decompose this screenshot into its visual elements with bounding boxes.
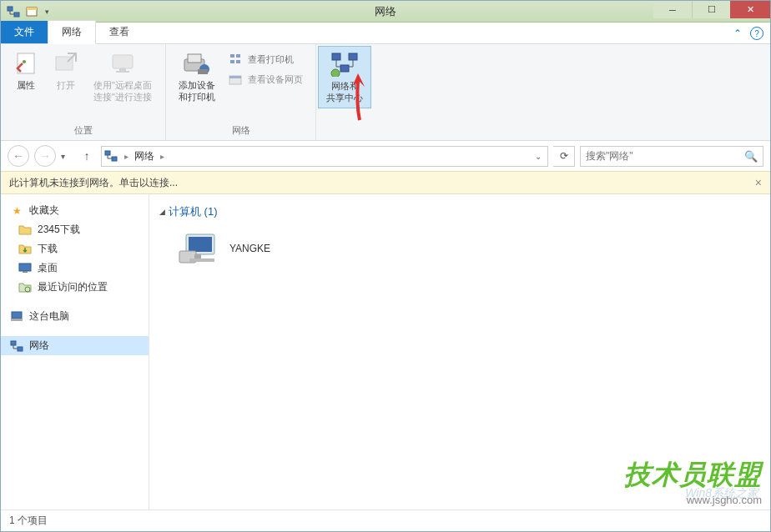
searchbox[interactable]: 🔍 [580,146,763,167]
window-title: 网络 [375,4,396,19]
collapse-icon[interactable]: ◢ [159,208,165,216]
ribbon-collapse-icon[interactable]: ⌃ [730,26,745,41]
quick-access-icon[interactable] [23,3,41,20]
star-icon: ★ [9,204,24,218]
titlebar: ▾ 网络 ─ ☐ ✕ [1,1,770,23]
search-icon[interactable]: 🔍 [744,150,758,163]
infobar[interactable]: 此计算机未连接到网络。单击以连接... × [1,171,770,194]
view-device-page-button[interactable]: 查看设备网页 [223,69,308,89]
device-page-icon [228,72,243,87]
svg-rect-3 [27,8,37,10]
ribbon: 属性 打开 使用"远程桌面 连接"进行连接 位置 [1,44,770,141]
forward-button[interactable]: → [34,145,56,167]
properties-button[interactable]: 属性 [6,48,46,93]
up-button[interactable]: ↑ [78,147,96,165]
computer-icon [178,231,221,266]
folder-icon [18,223,33,237]
minimize-button[interactable]: ─ [653,1,692,18]
sidebar-this-pc[interactable]: 这台电脑 [1,307,149,326]
svg-rect-30 [11,319,23,321]
network-sharing-button[interactable]: 网络和 共享中心 [318,46,371,108]
open-button[interactable]: 打开 [46,48,86,93]
svg-rect-27 [23,271,28,273]
recent-icon [18,281,33,294]
network-sharing-icon [330,50,359,78]
downloads-icon [18,243,33,256]
svg-point-23 [331,69,340,77]
maximize-button[interactable]: ☐ [692,1,730,18]
remote-desktop-label: 使用"远程桌面 连接"进行连接 [93,79,152,103]
svg-rect-26 [19,263,31,271]
sidebar-label: 桌面 [38,261,58,275]
properties-label: 属性 [17,79,35,91]
breadcrumb-sep[interactable]: ▸ [122,152,131,161]
address-dropdown[interactable]: ⌄ [531,152,546,161]
view-printers-button[interactable]: 查看打印机 [223,49,308,69]
back-button[interactable]: ← [8,145,29,167]
svg-rect-7 [113,55,133,68]
qat-dropdown-icon[interactable]: ▾ [41,3,53,20]
sidebar-item-downloads[interactable]: 下载 [1,239,149,258]
breadcrumb-item[interactable]: 网络 [134,149,154,163]
svg-rect-37 [189,258,214,262]
history-dropdown[interactable]: ▾ [61,152,73,161]
printer-icon [228,52,243,67]
svg-rect-17 [236,60,240,63]
computer-item[interactable]: YANGKE [159,224,760,273]
view-printers-label: 查看打印机 [248,53,294,66]
infobar-close-icon[interactable]: × [755,176,762,189]
svg-rect-20 [332,53,340,60]
svg-rect-36 [194,254,201,258]
network-location-icon [103,148,118,163]
help-icon[interactable]: ? [750,27,763,40]
group-location-label: 位置 [1,123,165,140]
sidebar: ★ 收藏夹 2345下载 下载 桌面 最近访问的位置 [1,194,149,509]
statusbar: 1 个项目 [1,509,770,531]
refresh-button[interactable]: ⟳ [553,146,575,167]
svg-rect-14 [230,54,234,58]
tab-network[interactable]: 网络 [48,20,96,44]
content-area: ◢ 计算机 (1) YANGKE [149,194,770,509]
group-header[interactable]: ◢ 计算机 (1) [159,201,760,224]
status-text: 1 个项目 [9,514,48,528]
close-button[interactable]: ✕ [730,1,770,18]
ribbon-tabs: 文件 网络 查看 ⌃ ? [1,23,770,44]
sidebar-item-2345[interactable]: 2345下载 [1,220,149,239]
svg-rect-9 [116,71,129,73]
network-sharing-label: 网络和 共享中心 [326,80,363,104]
view-device-page-label: 查看设备网页 [248,73,303,86]
group-header-label: 计算机 (1) [169,204,218,219]
svg-rect-8 [119,68,126,71]
sidebar-item-recent[interactable]: 最近访问的位置 [1,278,149,297]
network-icon [4,3,23,20]
search-input[interactable] [586,150,739,162]
watermark-ghost: Win8系统之家 [685,486,758,501]
open-icon [52,49,80,78]
breadcrumb-sep[interactable]: ▸ [158,152,167,161]
sidebar-label: 这台电脑 [29,309,69,324]
add-devices-label: 添加设备 和打印机 [179,79,215,103]
svg-rect-25 [112,157,117,161]
add-devices-icon [183,49,211,78]
svg-rect-13 [198,69,208,74]
sidebar-network[interactable]: 网络 [1,336,149,355]
addressbar[interactable]: ▸ 网络 ▸ ⌄ [101,146,548,167]
sidebar-label: 下载 [38,242,58,256]
svg-rect-0 [8,7,13,11]
sidebar-item-desktop[interactable]: 桌面 [1,258,149,278]
svg-rect-16 [230,60,234,63]
svg-rect-21 [349,53,357,60]
sidebar-label: 2345下载 [38,223,80,237]
navbar: ← → ▾ ↑ ▸ 网络 ▸ ⌄ ⟳ 🔍 [1,141,770,171]
group-network-label: 网络 [166,123,315,140]
svg-rect-29 [12,312,22,319]
tab-view[interactable]: 查看 [96,21,143,43]
add-devices-button[interactable]: 添加设备 和打印机 [171,48,223,105]
remote-desktop-button[interactable]: 使用"远程桌面 连接"进行连接 [86,48,159,105]
svg-rect-1 [14,13,19,17]
svg-rect-15 [236,54,240,58]
remote-desktop-icon [108,49,137,78]
sidebar-label: 网络 [29,339,49,353]
sidebar-favorites[interactable]: ★ 收藏夹 [1,201,149,220]
tab-file[interactable]: 文件 [1,21,48,43]
